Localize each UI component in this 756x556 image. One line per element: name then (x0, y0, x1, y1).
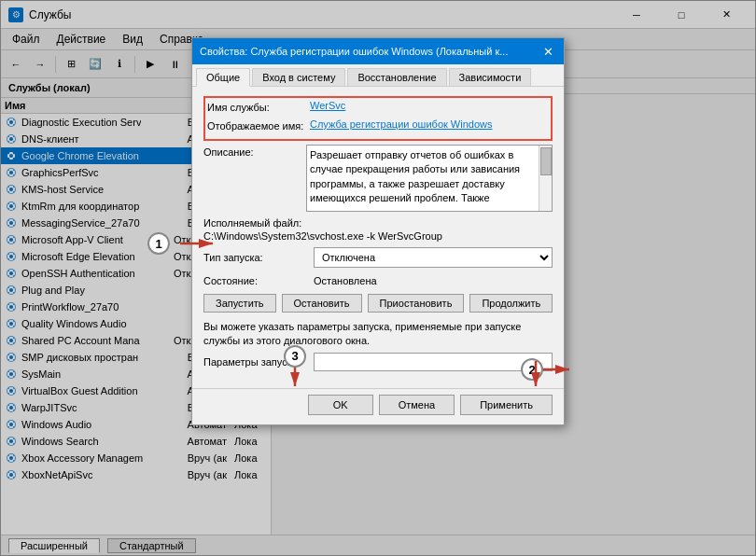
startup-type-select[interactable]: Отключена Автоматически Вручную (314, 247, 553, 268)
badge-1: 1 (147, 232, 170, 255)
annotation-1: 1 (175, 229, 222, 257)
display-name-label: Отображаемое имя: (207, 118, 310, 132)
description-text: Разрешает отправку отчетов об ошибках в … (307, 146, 539, 211)
exec-file-row: Исполняемый файл: C:\Windows\System32\sv… (203, 217, 553, 242)
dialog-title-bar: Свойства: Служба регистрации ошибок Wind… (192, 38, 564, 64)
dialog-title: Свойства: Служба регистрации ошибок Wind… (200, 46, 508, 57)
scrollbar-thumb (540, 147, 552, 175)
params-note: Вы можете указать параметры запуска, при… (203, 320, 553, 349)
highlighted-section: Имя службы: WerSvc Отображаемое имя: Слу… (203, 96, 553, 141)
service-name-label: Имя службы: (207, 100, 310, 113)
display-name-row: Отображаемое имя: Служба регистрации оши… (207, 118, 549, 132)
exec-file-label: Исполняемый файл: (203, 217, 553, 229)
apply-arrow-container (517, 356, 554, 396)
display-name-value: Служба регистрации ошибок Windows (310, 118, 549, 130)
description-scrollbar[interactable] (539, 146, 552, 211)
service-name-value[interactable]: WerSvc (310, 100, 549, 111)
badge-3: 3 (284, 345, 306, 368)
action-buttons: Запустить Остановить Приостановить Продо… (203, 294, 553, 313)
startup-type-row: Тип запуска: Отключена Автоматически Вру… (203, 247, 553, 268)
tab-recovery[interactable]: Восстановление (347, 68, 446, 86)
main-window: ⚙ Службы ─ □ ✕ Файл Действие Вид Справка… (0, 0, 756, 556)
annotation-3-container: 3 (267, 356, 323, 396)
description-box: Разрешает отправку отчетов об ошибках в … (306, 145, 553, 212)
apply-arrow-icon (517, 356, 554, 394)
tab-general[interactable]: Общие (196, 68, 250, 87)
resume-button[interactable]: Продолжить (469, 294, 553, 313)
properties-dialog: Свойства: Служба регистрации ошибок Wind… (191, 37, 565, 425)
dialog-footer: OK Отмена Применить (192, 388, 564, 424)
pause-button[interactable]: Приостановить (368, 294, 465, 313)
status-row: Состояние: Остановлена (203, 275, 553, 286)
tab-dependencies[interactable]: Зависимости (449, 68, 532, 86)
arrow-1-icon (175, 229, 222, 257)
apply-button[interactable]: Применить (460, 395, 553, 415)
params-row: Параметры запуска: (203, 353, 553, 371)
status-value: Остановлена (314, 275, 377, 286)
cancel-button[interactable]: Отмена (379, 395, 455, 415)
description-label: Описание: (203, 145, 306, 158)
status-label: Состояние: (203, 275, 306, 286)
dialog-close-button[interactable]: ✕ (539, 43, 556, 60)
start-button[interactable]: Запустить (203, 294, 276, 313)
exec-file-path: C:\Windows\System32\svchost.exe -k WerSv… (203, 230, 553, 242)
modal-overlay: Свойства: Служба регистрации ошибок Wind… (0, 0, 756, 556)
dialog-tabs: Общие Вход в систему Восстановление Зави… (192, 64, 564, 87)
stop-button[interactable]: Остановить (282, 294, 362, 313)
ok-button[interactable]: OK (308, 395, 373, 415)
annotation-1-container: 1 (175, 229, 222, 257)
description-row: Описание: Разрешает отправку отчетов об … (203, 145, 553, 212)
dialog-content: Имя службы: WerSvc Отображаемое имя: Слу… (192, 87, 564, 388)
tab-login[interactable]: Вход в систему (252, 68, 345, 86)
service-name-row: Имя службы: WerSvc (207, 100, 549, 113)
